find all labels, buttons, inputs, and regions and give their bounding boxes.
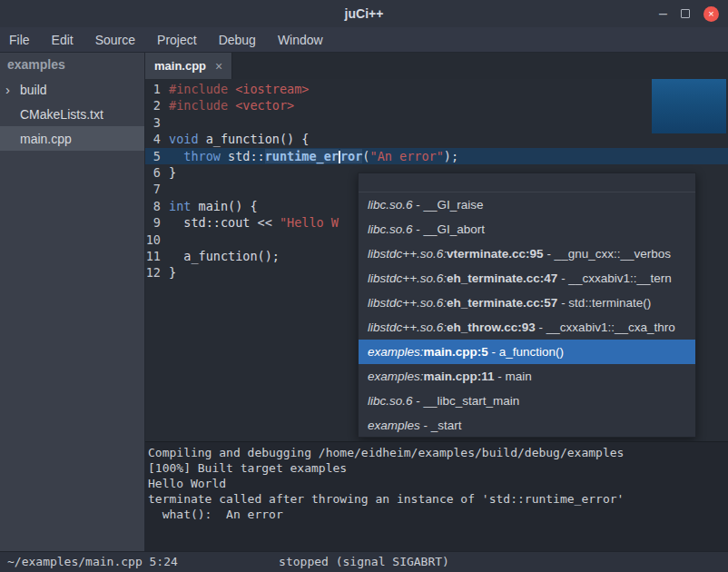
code-text: #include <iostream>	[169, 81, 309, 97]
terminal-line: what(): An error	[148, 507, 725, 522]
menu-item-debug[interactable]: Debug	[219, 33, 256, 47]
line-number: 6	[145, 164, 169, 181]
code-text: #include <vector>	[169, 97, 294, 113]
code-segment: throw	[183, 149, 221, 163]
stack-frame-row[interactable]: examples:main.cpp:11 - main	[359, 364, 695, 389]
code-segment: std::	[221, 149, 265, 163]
file-tree-sidebar: examples ›buildCMakeLists.txtmain.cpp	[0, 53, 145, 551]
line-number: 2	[145, 97, 169, 113]
code-text: }	[169, 264, 176, 281]
frame-location: eh_terminate.cc:57	[447, 296, 557, 310]
status-debug-state: stopped (signal SIGABRT)	[0, 552, 728, 572]
menu-item-file[interactable]: File	[9, 33, 30, 47]
frame-location: main.cpp:11	[424, 370, 495, 383]
code-segment: int	[169, 199, 191, 213]
code-segment: std::cout <<	[169, 215, 280, 230]
line-number: 11	[145, 248, 169, 264]
frame-module: libstdc++.so.6:	[368, 321, 447, 334]
stack-frame-row[interactable]: examples:main.cpp:5 - a_function()	[359, 340, 695, 364]
frame-module: libc.so.6	[368, 198, 413, 212]
tab-bar: main.cpp ×	[145, 53, 728, 79]
frame-function: - __cxxabiv1::__tern	[557, 271, 671, 285]
menu-item-source[interactable]: Source	[95, 33, 135, 47]
tree-item-label: build	[20, 83, 47, 97]
tree-item-label: CMakeLists.txt	[20, 107, 103, 122]
editor-column: main.cpp × 1#include <iostream>2#include…	[145, 53, 728, 551]
code-segment: <iostream>	[235, 82, 309, 96]
code-segment: "Hello W	[280, 215, 339, 230]
frame-module: examples:	[368, 370, 424, 383]
maximize-icon[interactable]	[681, 9, 690, 18]
stack-frame-row[interactable]: libstdc++.so.6:eh_terminate.cc:57 - std:…	[359, 291, 695, 315]
popup-header-row	[359, 173, 695, 192]
file-tree: ›buildCMakeLists.txtmain.cpp	[0, 77, 144, 151]
code-line-1[interactable]: 1#include <iostream>	[145, 81, 728, 97]
tree-item-label: main.cpp	[20, 132, 72, 146]
stack-frame-row[interactable]: libc.so.6 - __GI_abort	[359, 217, 695, 242]
code-text: }	[169, 164, 176, 181]
code-text: throw std::runtime_error("An error");	[169, 148, 458, 164]
code-editor[interactable]: 1#include <iostream>2#include <vector>34…	[145, 79, 728, 441]
frame-location: vterminate.cc:95	[447, 247, 544, 261]
title-bar: juCi++ – ×	[0, 0, 728, 27]
tab-main-cpp[interactable]: main.cpp ×	[145, 53, 232, 79]
status-bar: ~/examples/main.cpp 5:24 stopped (signal…	[0, 551, 728, 572]
terminal-line: terminate called after throwing an insta…	[148, 491, 725, 507]
code-line-5[interactable]: 5 throw std::runtime_error("An error");	[145, 148, 728, 164]
code-segment: ror	[340, 149, 362, 163]
code-line-3[interactable]: 3	[145, 114, 728, 131]
line-number: 9	[145, 214, 169, 231]
code-text: std::cout << "Hello W	[169, 214, 339, 231]
minimap-panel	[652, 79, 726, 133]
code-segment: }	[169, 165, 176, 180]
menu-item-edit[interactable]: Edit	[52, 33, 74, 47]
frame-module: libstdc++.so.6:	[368, 296, 447, 310]
stack-frame-row[interactable]: libc.so.6 - __GI_raise	[359, 192, 695, 217]
frame-module: libc.so.6	[368, 394, 413, 408]
tree-item-cmakelists-txt[interactable]: CMakeLists.txt	[0, 102, 144, 126]
tab-label: main.cpp	[154, 59, 206, 73]
code-line-4[interactable]: 4void a_function() {	[145, 131, 728, 147]
menu-item-window[interactable]: Window	[278, 33, 323, 47]
frame-location: main.cpp:5	[424, 345, 488, 359]
tree-item-main-cpp[interactable]: main.cpp	[0, 126, 144, 151]
line-number: 5	[145, 148, 169, 164]
stack-frame-row[interactable]: libstdc++.so.6:eh_terminate.cc:47 - __cx…	[359, 266, 695, 291]
frame-function: - __cxxabiv1::__cxa_thro	[536, 321, 675, 334]
stack-frame-row[interactable]: libstdc++.so.6:vterminate.cc:95 - __gnu_…	[359, 242, 695, 266]
code-segment: <vector>	[235, 98, 294, 113]
frame-module: libstdc++.so.6:	[368, 247, 447, 261]
line-number: 1	[145, 81, 169, 97]
code-text: a_function();	[169, 248, 280, 264]
terminal-line: Hello World	[148, 476, 725, 491]
code-segment: }	[169, 265, 176, 280]
tree-item-build[interactable]: ›build	[0, 77, 144, 102]
menu-item-project[interactable]: Project	[157, 33, 197, 47]
code-segment	[169, 149, 183, 163]
minimize-icon[interactable]: –	[659, 6, 667, 21]
main-area: examples ›buildCMakeLists.txtmain.cpp ma…	[0, 53, 728, 551]
frame-location: eh_throw.cc:93	[447, 321, 536, 334]
code-segment: a_function();	[169, 249, 280, 263]
close-icon[interactable]: ×	[703, 6, 719, 22]
window-controls: – ×	[659, 0, 719, 27]
stack-frame-row[interactable]: libc.so.6 - __libc_start_main	[359, 389, 695, 413]
frame-module: libstdc++.so.6:	[368, 271, 447, 285]
stack-frame-list: libc.so.6 - __GI_raiselibc.so.6 - __GI_a…	[359, 192, 695, 438]
line-number: 8	[145, 198, 169, 214]
expander-icon: ›	[5, 83, 20, 96]
line-number: 10	[145, 232, 169, 248]
terminal-line: [100%] Built target examples	[148, 460, 725, 476]
frame-function: - __GI_raise	[413, 198, 484, 212]
code-segment: #include	[169, 98, 235, 113]
frame-function: - _start	[420, 419, 462, 432]
frame-module: examples	[368, 419, 420, 432]
code-segment: void	[169, 132, 199, 146]
tab-close-icon[interactable]: ×	[215, 59, 222, 74]
stack-frame-row[interactable]: libstdc++.so.6:eh_throw.cc:93 - __cxxabi…	[359, 315, 695, 340]
terminal-panel[interactable]: Compiling and debugging /home/eidheim/ex…	[145, 441, 728, 551]
line-number: 4	[145, 131, 169, 147]
stack-frame-row[interactable]: examples - _start	[359, 413, 695, 438]
frame-function: - main	[495, 370, 532, 383]
code-line-2[interactable]: 2#include <vector>	[145, 97, 728, 113]
